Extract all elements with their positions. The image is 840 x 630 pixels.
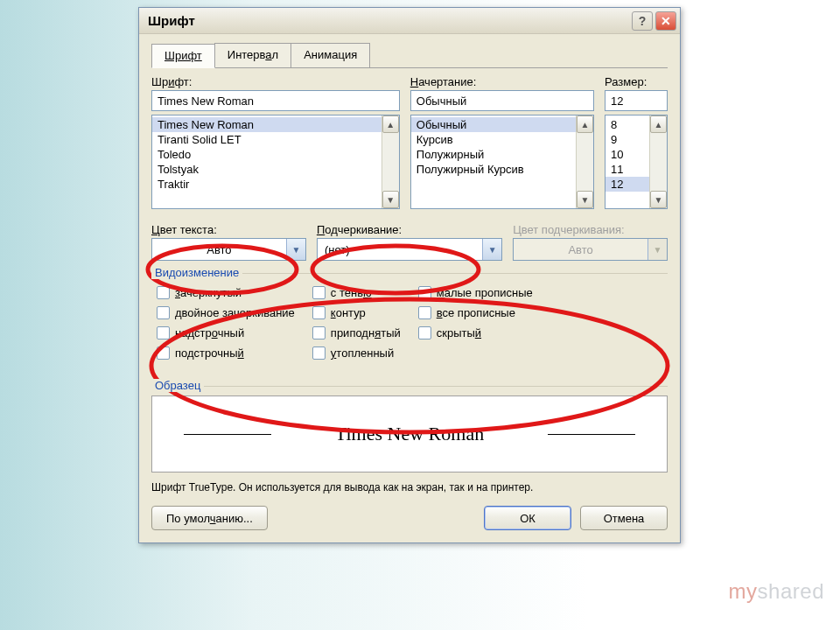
tab-font[interactable]: Шрифт — [151, 44, 215, 68]
text-color-combo[interactable]: Авто ▼ — [151, 238, 306, 261]
preview-line-left — [184, 434, 271, 435]
chevron-down-icon[interactable]: ▼ — [482, 239, 501, 260]
cancel-button[interactable]: Отмена — [580, 506, 668, 530]
scroll-down-icon[interactable]: ▼ — [650, 191, 667, 208]
list-item[interactable]: Курсив — [411, 132, 576, 147]
preview-text: Times New Roman — [335, 423, 484, 445]
underline-label: Подчеркивание: — [317, 223, 502, 236]
list-item[interactable]: Обычный — [411, 117, 576, 132]
size-input[interactable]: 12 — [605, 90, 668, 111]
sample-group: Образец Times New Roman — [151, 374, 668, 472]
scroll-up-icon[interactable]: ▲ — [650, 116, 667, 133]
ok-button[interactable]: ОК — [484, 506, 571, 530]
check-engrave[interactable]: утопленный — [312, 346, 401, 360]
size-label: Размер: — [605, 75, 668, 88]
style-listbox[interactable]: Обычный Курсив Полужирный Полужирный Кур… — [410, 115, 594, 209]
check-emboss[interactable]: приподнятый — [312, 326, 401, 340]
underline-color-label: Цвет подчеркивания: — [513, 223, 668, 236]
check-outline[interactable]: контур — [312, 306, 401, 319]
help-button[interactable]: ? — [632, 11, 653, 31]
chevron-down-icon[interactable]: ▼ — [286, 239, 305, 260]
font-label: Шрифт: — [151, 75, 400, 88]
watermark: myshared — [729, 579, 824, 604]
underline-combo[interactable]: (нет) ▼ — [317, 238, 502, 261]
preview-line-right — [548, 434, 635, 435]
list-item[interactable]: Полужирный — [411, 147, 576, 162]
font-listbox[interactable]: Times New Roman Tiranti Solid LET Toledo… — [151, 115, 400, 209]
font-input[interactable]: Times New Roman — [151, 90, 400, 111]
underline-color-combo: Авто ▼ — [513, 238, 668, 261]
chevron-down-icon: ▼ — [648, 239, 667, 260]
list-item[interactable]: Traktir — [152, 177, 382, 192]
preview-box: Times New Roman — [151, 396, 668, 472]
check-shadow[interactable]: с тенью — [312, 286, 401, 299]
tab-animation[interactable]: Анимация — [290, 43, 370, 67]
close-button[interactable]: ✕ — [655, 11, 676, 31]
check-subscript[interactable]: подстрочный — [157, 346, 295, 360]
list-item[interactable]: 10 — [606, 147, 649, 162]
font-dialog: Шрифт ? ✕ Шрифт Интервал Анимация Шрифт:… — [138, 7, 681, 543]
list-item[interactable]: 9 — [606, 132, 649, 147]
effects-label: Видоизменение — [151, 266, 242, 279]
effects-group: Видоизменение зачеркнутый двойное зачерк… — [151, 261, 668, 360]
font-hint: Шрифт TrueType. Он используется для выво… — [151, 481, 668, 494]
scroll-up-icon[interactable]: ▲ — [382, 116, 399, 133]
check-smallcaps[interactable]: малые прописные — [418, 286, 533, 299]
window-title: Шрифт — [148, 13, 629, 28]
list-item[interactable]: Tolstyak — [152, 162, 382, 177]
list-item[interactable]: Times New Roman — [152, 117, 382, 132]
check-allcaps[interactable]: все прописные — [418, 306, 533, 319]
tab-spacing[interactable]: Интервал — [214, 43, 291, 67]
list-item[interactable]: Toledo — [152, 147, 382, 162]
titlebar: Шрифт ? ✕ — [139, 8, 680, 34]
scroll-down-icon[interactable]: ▼ — [577, 191, 593, 208]
check-double-strike[interactable]: двойное зачеркивание — [157, 306, 295, 319]
style-input[interactable]: Обычный — [410, 90, 594, 111]
check-hidden[interactable]: скрытый — [418, 326, 533, 340]
text-color-label: Цвет текста: — [151, 223, 306, 236]
scrollbar[interactable]: ▲ ▼ — [382, 116, 399, 208]
list-item[interactable]: Tiranti Solid LET — [152, 132, 382, 147]
check-strikethrough[interactable]: зачеркнутый — [157, 286, 295, 299]
list-item[interactable]: 8 — [606, 117, 649, 132]
close-icon: ✕ — [661, 14, 671, 28]
check-superscript[interactable]: надстрочный — [157, 326, 295, 340]
style-label: Начертание: — [410, 75, 594, 88]
scroll-up-icon[interactable]: ▲ — [577, 116, 593, 133]
size-listbox[interactable]: 8 9 10 11 12 ▲ ▼ — [605, 115, 668, 209]
scrollbar[interactable]: ▲ ▼ — [576, 116, 593, 208]
list-item[interactable]: 11 — [606, 162, 649, 177]
list-item[interactable]: 12 — [606, 177, 649, 192]
default-button[interactable]: По умолчанию... — [151, 506, 268, 530]
help-icon: ? — [639, 14, 647, 28]
sample-label: Образец — [151, 379, 204, 392]
scroll-down-icon[interactable]: ▼ — [382, 191, 399, 208]
tab-strip: Шрифт Интервал Анимация — [151, 43, 668, 68]
scrollbar[interactable]: ▲ ▼ — [649, 116, 667, 208]
list-item[interactable]: Полужирный Курсив — [411, 162, 576, 177]
